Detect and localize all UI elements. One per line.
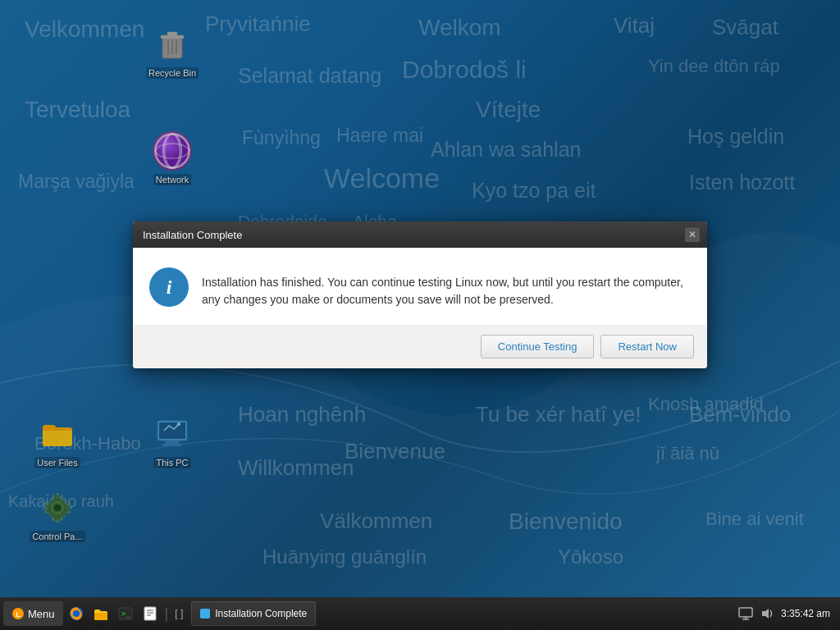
svg-text:>_: >_ <box>121 609 130 618</box>
taskbar-separator: | <box>165 605 169 623</box>
volume-icon <box>760 606 774 621</box>
taskbar: L Menu >_ | [ ] <box>0 597 840 630</box>
monitor-icon <box>738 606 753 621</box>
network-monitor-tray-icon[interactable] <box>738 606 753 621</box>
close-icon: ✕ <box>688 229 696 240</box>
volume-tray-icon[interactable] <box>760 606 774 621</box>
terminal-taskbar-icon[interactable]: >_ <box>114 602 137 625</box>
taskbar-window-button[interactable]: Installation Complete <box>191 601 316 626</box>
firefox-icon <box>68 605 84 622</box>
linux-logo-icon: L <box>11 607 25 620</box>
desktop: Velkommen Pryvitańnie Welkom Vitaj Svāga… <box>0 0 840 597</box>
window-indicator <box>200 609 210 619</box>
folder-taskbar-icon <box>93 605 109 622</box>
taskbar-clock: 3:35:42 am <box>781 608 830 619</box>
dialog-close-button[interactable]: ✕ <box>684 226 701 243</box>
installation-complete-dialog: Installation Complete ✕ i Installation h… <box>133 221 707 368</box>
dialog-info-icon: i <box>149 267 189 307</box>
dialog-title: Installation Complete <box>143 229 242 241</box>
dialog-buttons-area: Continue Testing Restart Now <box>133 325 707 368</box>
svg-rect-30 <box>739 608 752 617</box>
taskbar-menu-button[interactable]: L Menu <box>3 601 63 626</box>
svg-text:L: L <box>16 610 21 619</box>
dialog-message-text: Installation has finished. You can conti… <box>202 267 691 308</box>
filemanager-taskbar-icon[interactable] <box>89 602 112 625</box>
svg-rect-23 <box>94 613 107 620</box>
svg-point-22 <box>73 610 80 617</box>
taskbar-bracket: [ ] <box>171 608 186 619</box>
texteditor-taskbar-icon[interactable] <box>139 602 162 625</box>
texteditor-icon <box>142 605 158 622</box>
window-btn-label: Installation Complete <box>215 608 307 619</box>
restart-now-button[interactable]: Restart Now <box>600 335 694 358</box>
dialog-body: i Installation has finished. You can con… <box>133 248 707 325</box>
svg-rect-26 <box>144 607 156 620</box>
continue-testing-button[interactable]: Continue Testing <box>481 335 595 358</box>
system-tray: 3:35:42 am <box>732 606 837 621</box>
terminal-icon: >_ <box>117 605 134 622</box>
firefox-taskbar-icon[interactable] <box>65 602 88 625</box>
menu-label: Menu <box>28 608 55 620</box>
dialog-titlebar: Installation Complete ✕ <box>133 221 707 248</box>
